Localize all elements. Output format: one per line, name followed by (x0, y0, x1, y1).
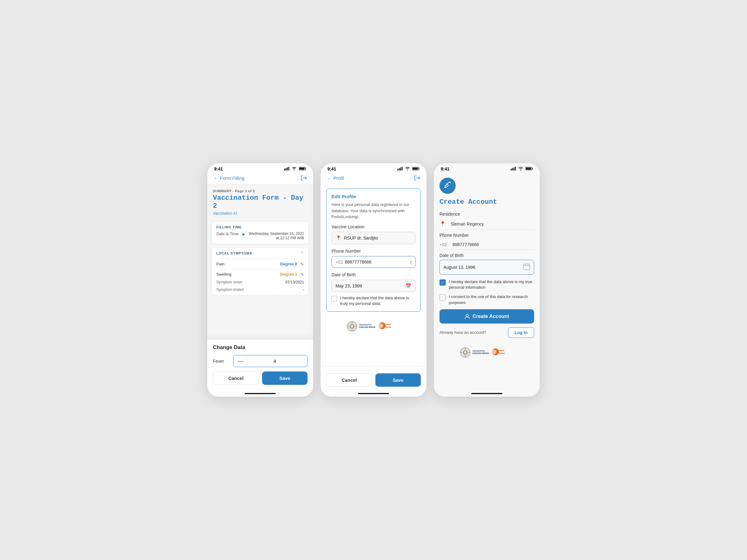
calendar-icon-2: 📅 (406, 283, 411, 289)
location-icon-residence: 📍 (439, 221, 446, 227)
status-bar-2: 9:41 (320, 163, 427, 173)
symptom-onset-label: Symptom onset (216, 280, 242, 284)
vaccine-location-label: Vaccine Location (332, 224, 415, 229)
svg-point-36 (461, 348, 470, 357)
screen3-content: Create Account Residence 📍 Sleman Regenc… (434, 173, 540, 391)
svg-rect-11 (402, 167, 403, 170)
nav-divider-2: | (410, 176, 411, 181)
edit-swelling-icon[interactable]: ✎ (300, 272, 304, 277)
summary-header: SUMMARY - Page 3 of 3 Vaccination Form -… (207, 184, 313, 218)
filling-time-header: FILLING TIME (216, 225, 304, 229)
svg-rect-24 (514, 167, 515, 170)
app-icon (439, 178, 456, 194)
declare-text-3a: I hereby declare that the data above is … (449, 279, 534, 290)
local-symptoms-card: LOCAL SYMPTOMS ⌃ Pain Degree 0 ✎ Swellin… (212, 247, 309, 295)
svg-point-35 (466, 314, 468, 317)
declare-checkbox-3a[interactable]: ✓ (439, 279, 446, 286)
status-bar-1: 9:41 (207, 163, 313, 173)
create-account-title: Create Account (439, 198, 534, 206)
wifi-icon-3 (518, 167, 523, 171)
svg-rect-2 (287, 167, 288, 170)
svg-rect-23 (512, 168, 513, 170)
screens-container: 9:41 ← Form Filling | (207, 163, 540, 397)
back-button-2[interactable]: ← Profil (327, 176, 344, 181)
symptom-pain-name: Pain (216, 262, 225, 266)
back-arrow-icon-1: ← (213, 176, 218, 181)
ugm-text-label: UNIVERSITAS GADJAH MADA (359, 324, 376, 329)
home-bar-3 (471, 393, 503, 394)
screen-profile: 9:41 ← Profil | (320, 163, 427, 397)
residence-value: Sleman Regency (451, 221, 484, 226)
clock-icon: ● (242, 232, 245, 237)
location-icon-vaccine: 📍 (336, 235, 341, 241)
signal-icon-3 (511, 167, 516, 171)
back-button-1[interactable]: ← Form Filling (213, 176, 244, 181)
svg-rect-22 (511, 169, 512, 170)
status-time-1: 9:41 (214, 166, 223, 171)
login-button[interactable]: Log In (508, 327, 534, 338)
nav-bar-2: ← Profil | (320, 173, 427, 184)
declare-checkbox-2[interactable] (332, 296, 337, 301)
svg-rect-10 (400, 167, 401, 170)
symptom-ended-label: Symptom ended (216, 288, 243, 292)
svg-rect-8 (397, 169, 398, 170)
ugm-circle-2 (347, 321, 357, 331)
status-icons-2 (397, 167, 419, 171)
declare-row-2: I hereby declare that the data above is … (332, 295, 415, 306)
stepper-minus-icon[interactable]: — (238, 358, 247, 364)
symptoms-title: LOCAL SYMPTOMS (216, 251, 252, 255)
battery-icon-3 (525, 167, 533, 171)
dob-field-3[interactable]: August 13, 1996 (439, 260, 534, 275)
svg-point-19 (379, 324, 383, 328)
svg-rect-31 (523, 264, 530, 270)
status-time-2: 9:41 (328, 166, 336, 171)
cancel-button-2[interactable]: Cancel (326, 373, 372, 387)
home-indicator-2 (320, 391, 427, 397)
phone-number-label-3: Phone Number (439, 233, 534, 238)
vaccine-location-value: RSUP dr. Sardjito (344, 236, 411, 240)
collapse-icon[interactable]: ⌃ (300, 251, 304, 256)
svg-point-30 (449, 182, 451, 183)
symptom-ended-val: - (303, 288, 304, 292)
signal-icon-2 (397, 167, 403, 171)
edit-profile-desc: Here is your personal data registered in… (332, 202, 415, 220)
logout-icon-1[interactable] (301, 175, 307, 181)
create-account-button[interactable]: Create Account (439, 309, 534, 324)
ugm-logo-3: UNIVERSITAS GADJAH MADA (460, 347, 489, 358)
save-button-2[interactable]: Save (376, 373, 421, 387)
filling-time-label: Date & Time (216, 232, 239, 236)
edit-pain-icon[interactable]: ✎ (300, 262, 304, 267)
symptom-swelling-name: Swelling (216, 272, 231, 276)
home-bar-2 (358, 393, 389, 394)
fever-stepper[interactable]: — 4 (233, 355, 308, 367)
screen-create-account: 9:41 (434, 163, 540, 397)
svg-text:kimia: kimia (499, 349, 504, 351)
wifi-icon-2 (405, 167, 410, 171)
residence-label: Residence (439, 212, 534, 216)
dob-value-2: May 23, 1999 (336, 284, 406, 288)
dob-field-2[interactable]: May 23, 1999 📅 (332, 280, 415, 292)
check-icon-3a: ✓ (441, 280, 444, 285)
phone-number-value-3: 88877776666 (453, 242, 479, 247)
svg-rect-9 (399, 168, 400, 170)
svg-rect-6 (306, 168, 306, 169)
profile-buttons: Cancel Save (320, 366, 427, 391)
uni-logos-3: UNIVERSITAS GADJAH MADA kimia farma (439, 342, 534, 359)
fever-input-row: Fever — 4 (213, 355, 308, 367)
declare-row-3a: ✓ I hereby declare that the data above i… (439, 279, 534, 290)
cancel-button-1[interactable]: Cancel (213, 371, 259, 385)
symptom-ended-row: Symptom ended - (212, 287, 308, 295)
screen1-content: SUMMARY - Page 3 of 3 Vaccination Form -… (207, 184, 313, 339)
edit-profile-box: Edit Profile Here is your personal data … (326, 189, 421, 312)
kimia-farma-logo-3: kimia farma (492, 347, 514, 357)
phone-number-field-2[interactable]: +62 88877776666 | (332, 256, 415, 268)
save-button-1[interactable]: Save (262, 371, 308, 385)
status-icons-3 (511, 167, 533, 171)
logout-icon-2[interactable] (414, 175, 420, 181)
declare-checkbox-3b[interactable] (439, 294, 446, 300)
svg-rect-28 (532, 168, 533, 169)
signal-icon-1 (284, 167, 289, 171)
battery-icon-1 (299, 167, 306, 171)
home-bar-1 (244, 393, 276, 394)
svg-point-16 (348, 322, 356, 331)
